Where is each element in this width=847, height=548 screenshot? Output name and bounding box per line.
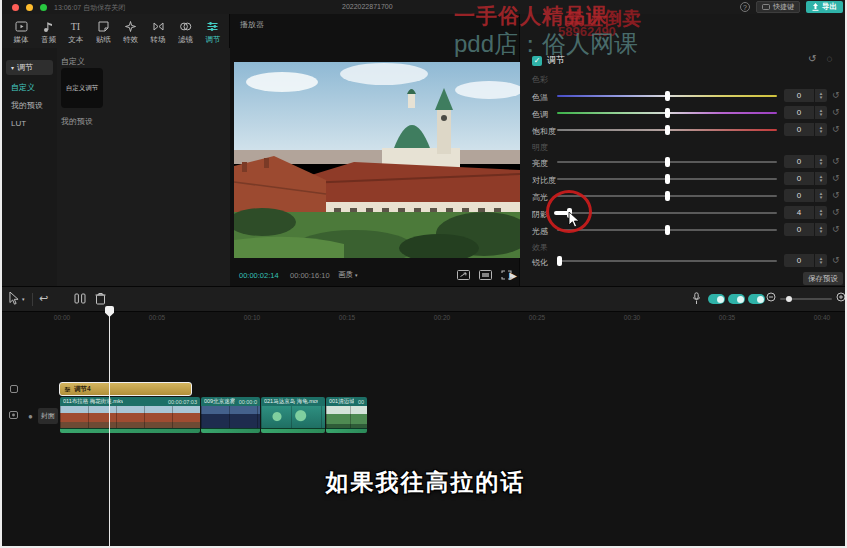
tab-text[interactable]: TI 文本 — [63, 17, 89, 49]
maximize-icon[interactable] — [40, 4, 47, 11]
preview-axis-toggle[interactable] — [748, 294, 765, 304]
slider-knob[interactable] — [665, 174, 670, 184]
tab-transition[interactable]: 转场 — [145, 17, 171, 49]
timeline-zoom-in-icon[interactable] — [836, 292, 846, 302]
sidebar-item-my-presets[interactable]: 我的预设 — [6, 98, 53, 113]
timeline-ruler[interactable]: 00:00 00:05 00:10 00:15 00:20 00:25 00:3… — [2, 312, 847, 324]
delete-button[interactable] — [95, 292, 106, 305]
value-stepper[interactable]: ▲▼ — [815, 89, 827, 102]
value-stepper[interactable]: ▲▼ — [815, 254, 827, 267]
compare-icon[interactable]: ◌ — [826, 53, 832, 64]
reset-all-icon[interactable]: ↺ — [808, 53, 816, 64]
light-sense-value[interactable]: 0 — [784, 223, 814, 236]
value-stepper[interactable]: ▲▼ — [815, 106, 827, 119]
slider-label: 对比度 — [532, 175, 556, 186]
shortcuts-button[interactable]: 快捷键 — [756, 1, 800, 13]
clip-thumbnails — [60, 406, 200, 428]
reset-icon[interactable]: ↺ — [832, 124, 840, 134]
tab-media[interactable]: 媒体 — [8, 17, 34, 49]
shadows-value[interactable]: 4 — [784, 206, 814, 219]
temperature-value[interactable]: 0 — [784, 89, 814, 102]
record-audio-button[interactable] — [692, 292, 701, 305]
tab-filter[interactable]: 滤镜 — [173, 17, 199, 49]
playhead-line[interactable] — [109, 306, 110, 548]
tab-audio[interactable]: 音频 — [35, 17, 61, 49]
video-track-mute-icon[interactable]: ● — [28, 412, 33, 421]
custom-adjust-tile[interactable]: 自定义调节 — [61, 68, 103, 108]
sharpen-slider[interactable] — [557, 260, 777, 262]
slider-knob[interactable] — [557, 256, 562, 266]
adjustment-track-icon[interactable] — [10, 385, 18, 393]
reset-icon[interactable]: ↺ — [832, 207, 840, 217]
split-button[interactable] — [74, 292, 86, 305]
reset-icon[interactable]: ↺ — [832, 190, 840, 200]
tab-adjust[interactable]: 调节 — [200, 17, 226, 49]
transition-icon — [152, 20, 165, 33]
zoom-knob[interactable] — [786, 296, 792, 302]
slider-knob[interactable] — [665, 108, 670, 118]
adjustment-clip[interactable]: 调节4 — [59, 382, 192, 396]
highlights-slider[interactable] — [557, 195, 777, 197]
brightness-value[interactable]: 0 — [784, 155, 814, 168]
slider-knob[interactable] — [665, 125, 670, 135]
reset-icon[interactable]: ↺ — [832, 173, 840, 183]
slider-label: 色温 — [532, 92, 548, 103]
ruler-label: 00:10 — [237, 314, 267, 321]
value-stepper[interactable]: ▲▼ — [815, 172, 827, 185]
resize-icon[interactable] — [457, 270, 470, 280]
value-stepper[interactable]: ▲▼ — [815, 123, 827, 136]
saturation-slider[interactable] — [557, 129, 777, 131]
help-icon[interactable]: ? — [740, 2, 750, 12]
reset-icon[interactable]: ↺ — [832, 90, 840, 100]
highlights-value[interactable]: 0 — [784, 189, 814, 202]
slider-knob[interactable] — [665, 91, 670, 101]
value-stepper[interactable]: ▲▼ — [815, 155, 827, 168]
value-stepper[interactable]: ▲▼ — [815, 206, 827, 219]
video-clip-2[interactable]: 009北京迷雾.mkv00:00:0 — [201, 397, 260, 433]
sidebar-item-lut[interactable]: LUT — [6, 116, 53, 131]
timeline-zoom-out-icon[interactable] — [766, 292, 776, 302]
sharpen-value[interactable]: 0 — [784, 254, 814, 267]
select-tool-button[interactable]: ▾ — [9, 292, 25, 305]
slider-knob[interactable] — [665, 157, 670, 167]
save-preset-button[interactable]: 保存预设 — [803, 272, 843, 285]
section-presets-title: 我的预设 — [61, 116, 93, 127]
light-sense-slider[interactable] — [557, 229, 777, 231]
tint-slider[interactable] — [557, 112, 777, 114]
cover-button[interactable]: 封面 — [38, 408, 58, 424]
video-clip-1[interactable]: 011布拉格 梅花街道.mkv00:00:07:03 — [60, 397, 200, 433]
tab-effects[interactable]: 特效 — [118, 17, 144, 49]
brightness-slider[interactable] — [557, 161, 777, 163]
temperature-slider[interactable] — [557, 95, 777, 97]
ratio-icon[interactable] — [479, 270, 492, 280]
reset-icon[interactable]: ↺ — [832, 156, 840, 166]
ruler-label: 00:05 — [142, 314, 172, 321]
chevron-down-icon: ▾ — [355, 272, 358, 278]
minimize-icon[interactable] — [26, 4, 33, 11]
quality-dropdown[interactable]: 画质 ▾ — [338, 270, 358, 280]
video-clip-3[interactable]: 021马达京岛 海龟.mov — [261, 397, 325, 433]
close-icon[interactable] — [12, 4, 19, 11]
reset-icon[interactable]: ↺ — [832, 107, 840, 117]
tint-value[interactable]: 0 — [784, 106, 814, 119]
sidebar-item-custom[interactable]: 自定义 — [6, 80, 53, 95]
link-toggle[interactable] — [728, 294, 745, 304]
export-button[interactable]: 导出 — [806, 1, 843, 13]
video-clip-4[interactable]: 001清迈城外.MOV00 — [326, 397, 367, 433]
timeline-zoom-slider[interactable] — [780, 298, 832, 300]
reset-icon[interactable]: ↺ — [832, 224, 840, 234]
magnet-toggle[interactable] — [708, 294, 725, 304]
sidebar-item-adjust[interactable]: ▾ 调节 — [6, 60, 53, 75]
slider-knob[interactable] — [665, 191, 670, 201]
contrast-value[interactable]: 0 — [784, 172, 814, 185]
saturation-value[interactable]: 0 — [784, 123, 814, 136]
video-track-hide-icon[interactable] — [9, 411, 18, 419]
slider-knob[interactable] — [665, 225, 670, 235]
reset-icon[interactable]: ↺ — [832, 255, 840, 265]
tab-sticker[interactable]: 贴纸 — [90, 17, 116, 49]
value-stepper[interactable]: ▲▼ — [815, 223, 827, 236]
undo-button[interactable]: ↩ — [39, 292, 48, 305]
value-stepper[interactable]: ▲▼ — [815, 189, 827, 202]
fullscreen-icon[interactable] — [501, 270, 512, 280]
contrast-slider[interactable] — [557, 178, 777, 180]
